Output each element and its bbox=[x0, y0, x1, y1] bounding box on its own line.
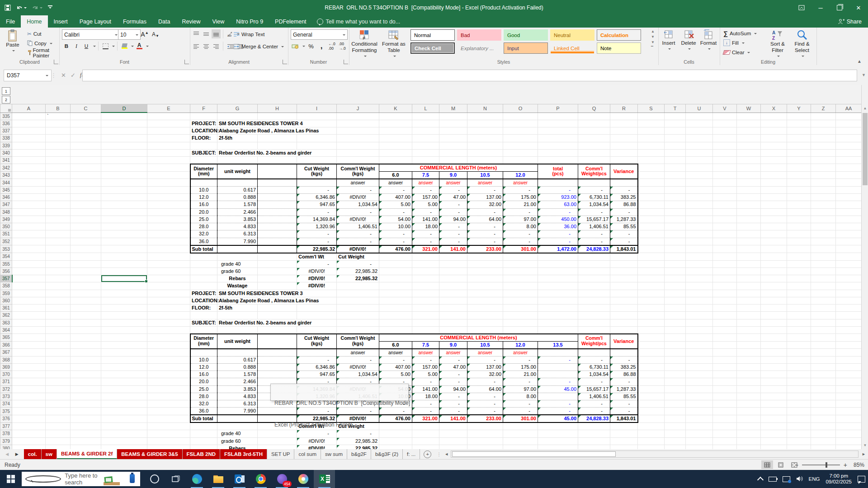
cell-K357[interactable] bbox=[379, 275, 412, 282]
cell-N354[interactable] bbox=[467, 253, 503, 261]
cell-S346[interactable] bbox=[638, 194, 665, 201]
font-family-select[interactable]: Calibri bbox=[62, 29, 120, 40]
cell-B350[interactable] bbox=[46, 223, 71, 230]
cell-T352[interactable] bbox=[665, 238, 686, 245]
edge-icon[interactable] bbox=[186, 470, 208, 488]
cell-Y345[interactable] bbox=[787, 186, 811, 193]
ribbon-tab-home[interactable]: Home bbox=[21, 15, 47, 28]
cell-D376[interactable] bbox=[101, 415, 147, 422]
cell-A368[interactable] bbox=[12, 356, 46, 363]
cell-R380[interactable] bbox=[610, 445, 638, 449]
cell-U359[interactable] bbox=[686, 290, 713, 297]
cell-N353[interactable]: 233.00 bbox=[467, 245, 503, 253]
cell-N337[interactable] bbox=[467, 127, 503, 135]
cell-A336[interactable] bbox=[12, 120, 46, 127]
cell-G365[interactable]: unit weight bbox=[217, 334, 258, 349]
cell-W351[interactable] bbox=[737, 230, 761, 238]
cell-O354[interactable] bbox=[503, 253, 538, 261]
cell-Z355[interactable] bbox=[811, 260, 836, 267]
cell-N355[interactable] bbox=[467, 260, 503, 267]
cell-U350[interactable] bbox=[686, 223, 713, 230]
cell-R337[interactable] bbox=[610, 127, 638, 135]
cell-S342[interactable] bbox=[638, 164, 665, 172]
cell-K369[interactable]: 407.00 bbox=[379, 363, 412, 371]
cell-O353[interactable]: 301.00 bbox=[503, 245, 538, 253]
cell-W370[interactable] bbox=[737, 371, 761, 378]
cell-W373[interactable] bbox=[737, 393, 761, 400]
new-sheet-button[interactable]: + bbox=[424, 450, 431, 458]
cell-K356[interactable] bbox=[379, 267, 412, 275]
row-header-336[interactable]: 336 bbox=[0, 120, 12, 127]
cell-X360[interactable] bbox=[761, 297, 787, 304]
cell-C366[interactable] bbox=[71, 341, 101, 349]
cell-M374[interactable]: - bbox=[439, 400, 467, 408]
italic-button[interactable]: I bbox=[72, 42, 81, 51]
cell-E379[interactable] bbox=[147, 437, 190, 445]
cell-Q338[interactable] bbox=[578, 135, 610, 142]
cell-H380[interactable] bbox=[258, 445, 297, 449]
cell-W341[interactable] bbox=[737, 157, 761, 164]
cell-G371[interactable]: 2.466 bbox=[217, 378, 258, 385]
cell-D335[interactable] bbox=[101, 113, 147, 120]
cell-T369[interactable] bbox=[665, 363, 686, 371]
cell-D362[interactable] bbox=[101, 312, 147, 319]
cell-E375[interactable] bbox=[147, 408, 190, 415]
cell-Z359[interactable] bbox=[811, 290, 836, 297]
cell-U374[interactable] bbox=[686, 400, 713, 408]
cell-C349[interactable] bbox=[71, 216, 101, 223]
cell-L376[interactable]: 321.00 bbox=[412, 415, 439, 422]
cell-F340[interactable]: SUBJECT: bbox=[190, 149, 217, 156]
row-header-359[interactable]: 359 bbox=[0, 290, 12, 297]
cell-H350[interactable] bbox=[258, 223, 297, 230]
cell-D364[interactable] bbox=[101, 326, 147, 333]
cell-B353[interactable] bbox=[46, 245, 71, 253]
cell-A339[interactable] bbox=[12, 142, 46, 149]
cell-V347[interactable] bbox=[713, 201, 737, 208]
cell-U367[interactable] bbox=[686, 349, 713, 357]
cell-L372[interactable]: 141.00 bbox=[412, 385, 439, 393]
cell-A358[interactable] bbox=[12, 282, 46, 290]
cell-G360[interactable]: Alabang Zapote Road , Almanza Las Pinas bbox=[217, 297, 337, 304]
cell-Z344[interactable] bbox=[811, 179, 836, 187]
cell-E352[interactable] bbox=[147, 238, 190, 245]
cell-C368[interactable] bbox=[71, 356, 101, 363]
cell-P352[interactable]: - bbox=[538, 238, 578, 245]
row-header-342[interactable]: 342 bbox=[0, 164, 12, 172]
cell-P367[interactable] bbox=[538, 349, 578, 357]
cell-X352[interactable] bbox=[761, 238, 787, 245]
row-header-370[interactable]: 370 bbox=[0, 371, 12, 378]
cell-W354[interactable] bbox=[737, 253, 761, 261]
cell-A354[interactable] bbox=[12, 253, 46, 261]
customize-qat-button[interactable] bbox=[48, 5, 52, 10]
cell-C378[interactable] bbox=[71, 430, 101, 437]
cell-R355[interactable] bbox=[610, 260, 638, 267]
cell-M359[interactable] bbox=[439, 290, 467, 297]
cell-U372[interactable] bbox=[686, 385, 713, 393]
cell-N362[interactable] bbox=[467, 312, 503, 319]
cell-B352[interactable] bbox=[46, 238, 71, 245]
cell-Z369[interactable] bbox=[811, 363, 836, 371]
cell-Q372[interactable]: 15,657.17 bbox=[578, 385, 610, 393]
cell-M369[interactable]: 47.00 bbox=[439, 363, 467, 371]
cell-V368[interactable] bbox=[713, 356, 737, 363]
cell-K339[interactable] bbox=[379, 142, 412, 149]
cell-W339[interactable] bbox=[737, 142, 761, 149]
cell-W350[interactable] bbox=[737, 223, 761, 230]
gallery-scroll-down-icon[interactable]: ▼ bbox=[651, 35, 655, 39]
column-header-F[interactable]: F bbox=[190, 104, 217, 113]
cell-G352[interactable]: 7.990 bbox=[217, 238, 258, 245]
cell-Q356[interactable] bbox=[578, 267, 610, 275]
cell-style-calculation[interactable]: Calculation bbox=[597, 29, 641, 41]
cell-O362[interactable] bbox=[503, 312, 538, 319]
cell-Q377[interactable] bbox=[578, 422, 610, 430]
cell-X336[interactable] bbox=[761, 120, 787, 127]
cell-F370[interactable]: 16.0 bbox=[190, 371, 217, 378]
cell-E351[interactable] bbox=[147, 230, 190, 238]
cell-U339[interactable] bbox=[686, 142, 713, 149]
cell-L373[interactable]: 18.00 bbox=[412, 393, 439, 400]
cell-W352[interactable] bbox=[737, 238, 761, 245]
cell-J355[interactable]: - bbox=[337, 260, 379, 267]
cell-V353[interactable] bbox=[713, 245, 737, 253]
cell-A376[interactable] bbox=[12, 415, 46, 422]
cell-I355[interactable]: - bbox=[297, 260, 337, 267]
